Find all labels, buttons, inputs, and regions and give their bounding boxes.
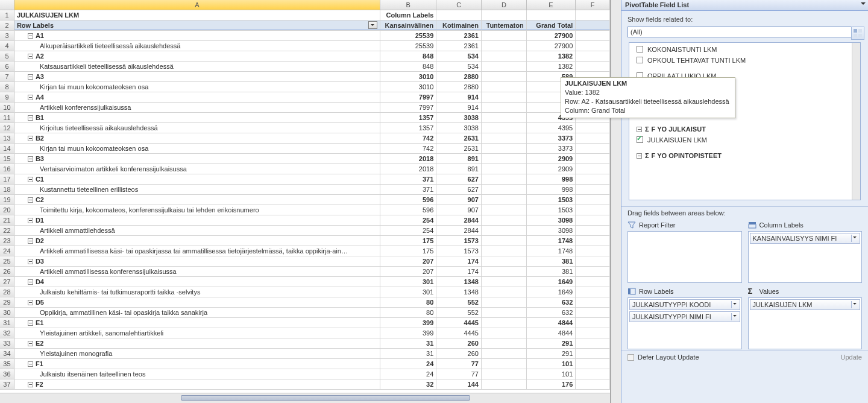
- cell[interactable]: [482, 287, 527, 297]
- cell[interactable]: C1: [14, 174, 380, 184]
- row-header[interactable]: 25: [0, 256, 14, 266]
- field-item[interactable]: JULKAISUJEN LKM: [631, 135, 851, 145]
- field-checkbox[interactable]: [637, 57, 643, 63]
- row-header[interactable]: 34: [0, 349, 14, 358]
- cell[interactable]: 32: [380, 379, 437, 389]
- collapse-icon[interactable]: [28, 115, 33, 121]
- cell[interactable]: [482, 51, 527, 61]
- cell[interactable]: [576, 318, 610, 328]
- cell[interactable]: [576, 41, 610, 51]
- cell[interactable]: 254: [380, 215, 437, 225]
- cell[interactable]: [482, 256, 527, 266]
- expand-icon[interactable]: [637, 127, 642, 132]
- cell[interactable]: 27900: [527, 41, 576, 51]
- cell[interactable]: [482, 133, 527, 143]
- cell[interactable]: Kansainvälinen: [380, 21, 437, 30]
- cell[interactable]: [576, 256, 610, 266]
- cell[interactable]: 27900: [527, 31, 576, 40]
- cell[interactable]: 1348: [436, 287, 482, 297]
- area-field-item[interactable]: KANSAINVALISYYS NIMI FI: [750, 233, 861, 244]
- cell[interactable]: 1357: [380, 123, 437, 133]
- cell[interactable]: [576, 51, 610, 61]
- row-header[interactable]: 19: [0, 195, 14, 205]
- collapse-icon[interactable]: [28, 341, 33, 346]
- cell[interactable]: 891: [436, 154, 482, 163]
- cell[interactable]: [576, 359, 610, 369]
- cell[interactable]: 742: [380, 144, 437, 153]
- cell[interactable]: 2018: [380, 154, 437, 163]
- cell[interactable]: 77: [436, 359, 482, 369]
- cell[interactable]: 627: [436, 185, 482, 194]
- cell[interactable]: 3098: [527, 215, 576, 225]
- cell[interactable]: Artikkeli konferenssijulkaisussa: [14, 103, 380, 112]
- cell[interactable]: [576, 328, 610, 338]
- cell[interactable]: A2: [14, 51, 380, 61]
- cell[interactable]: C2: [14, 195, 380, 205]
- cell[interactable]: [482, 113, 527, 122]
- cell[interactable]: B1: [14, 113, 380, 122]
- collapse-icon[interactable]: [28, 156, 33, 162]
- cell[interactable]: 260: [436, 349, 482, 358]
- cell[interactable]: [482, 369, 527, 379]
- cell[interactable]: 552: [436, 297, 482, 307]
- cell[interactable]: [482, 82, 527, 92]
- cell[interactable]: [482, 359, 527, 369]
- cell[interactable]: [576, 205, 610, 215]
- cell[interactable]: [576, 349, 610, 358]
- cell[interactable]: Vertaisarvioimaton artikkeli konferenssi…: [14, 164, 380, 174]
- cell[interactable]: 101: [527, 369, 576, 379]
- cell[interactable]: [576, 215, 610, 225]
- cell[interactable]: E2: [14, 338, 380, 348]
- row-header[interactable]: 35: [0, 359, 14, 369]
- cell[interactable]: [482, 31, 527, 40]
- cell[interactable]: B3: [14, 154, 380, 163]
- cell[interactable]: F2: [14, 379, 380, 389]
- row-header[interactable]: 33: [0, 338, 14, 348]
- cell[interactable]: 2909: [527, 164, 576, 174]
- cell[interactable]: [482, 226, 527, 235]
- pane-menu-icon[interactable]: [861, 2, 866, 7]
- cell[interactable]: [482, 379, 527, 389]
- cell[interactable]: 381: [527, 267, 576, 276]
- cell[interactable]: 175: [380, 246, 437, 256]
- collapse-icon[interactable]: [28, 279, 33, 285]
- field-item[interactable]: KOKONAISTUNTI LKM: [631, 44, 851, 55]
- row-header[interactable]: 15: [0, 154, 14, 163]
- select-all-corner[interactable]: [0, 0, 14, 10]
- row-header[interactable]: 17: [0, 174, 14, 184]
- cell[interactable]: 207: [380, 267, 437, 276]
- cell[interactable]: [482, 308, 527, 317]
- cell[interactable]: 24: [380, 359, 437, 369]
- cell[interactable]: 2631: [436, 133, 482, 143]
- row-header[interactable]: 2: [0, 21, 14, 30]
- cell[interactable]: 2880: [436, 82, 482, 92]
- collapse-icon[interactable]: [28, 177, 33, 182]
- cell[interactable]: 301: [380, 277, 437, 287]
- cell[interactable]: [576, 10, 610, 20]
- cell[interactable]: 596: [380, 195, 437, 205]
- cell[interactable]: 176: [527, 379, 576, 389]
- row-header[interactable]: 24: [0, 246, 14, 256]
- cell[interactable]: 3373: [527, 144, 576, 153]
- cell[interactable]: Kotimainen: [436, 21, 482, 30]
- cell[interactable]: [576, 267, 610, 276]
- cell[interactable]: A3: [14, 72, 380, 81]
- cell[interactable]: 2361: [436, 31, 482, 40]
- row-header[interactable]: 8: [0, 82, 14, 92]
- cell[interactable]: 25539: [380, 41, 437, 51]
- cell[interactable]: 101: [527, 359, 576, 369]
- cell[interactable]: Oppikirja, ammatillinen käsi- tai opaski…: [14, 308, 380, 317]
- cell[interactable]: 2631: [436, 144, 482, 153]
- cell[interactable]: D1: [14, 215, 380, 225]
- row-header[interactable]: 6: [0, 62, 14, 71]
- cell[interactable]: 1357: [380, 113, 437, 122]
- cell[interactable]: 291: [527, 338, 576, 348]
- collapse-icon[interactable]: [28, 218, 33, 223]
- cell[interactable]: 4844: [527, 318, 576, 328]
- cell[interactable]: Toimitettu kirja, kokoomateos, konferens…: [14, 205, 380, 215]
- cell[interactable]: [576, 287, 610, 297]
- cell[interactable]: [482, 174, 527, 184]
- cell[interactable]: 3038: [436, 113, 482, 122]
- row-header[interactable]: 31: [0, 318, 14, 328]
- cell[interactable]: 848: [380, 62, 437, 71]
